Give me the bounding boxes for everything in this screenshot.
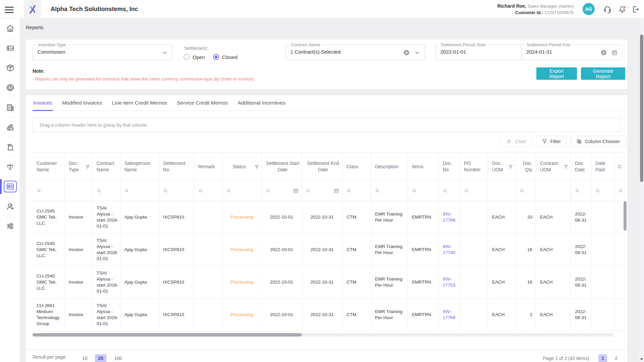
sidebar-item-package[interactable] [0,58,20,78]
notifications-bell-icon[interactable] [618,5,627,14]
column-search-doc_date[interactable] [571,181,591,201]
column-header-contract_name[interactable]: Contract Name [93,153,120,180]
column-header-salesperson_name[interactable]: Salesperson Name [120,153,159,180]
tab-line-item-credit-memos[interactable]: Line-item Credit Memos [111,95,168,111]
contract-name-select[interactable]: Contract Name 1 Contract(s) Selected [285,45,425,60]
tab-invoices[interactable]: Invoices [33,95,53,111]
avatar[interactable]: AG [583,3,595,15]
sidebar-item-home[interactable] [0,18,20,38]
period-end-field[interactable]: Settlement Period End 2024-01-31 [521,45,622,60]
calendar-icon[interactable] [611,49,618,56]
clear-date-icon[interactable] [600,49,607,56]
column-label: Settlement Start Date [266,160,300,173]
column-search-doc_no[interactable] [439,181,460,201]
column-header-status[interactable]: Status [222,153,262,180]
column-header-items[interactable]: Items [408,153,439,180]
column-search-settlement_no[interactable] [159,181,194,201]
column-chooser-button[interactable]: Column Chooser [571,136,626,147]
sidebar-item-sliders[interactable] [0,216,20,236]
cell-salesperson_name: Ajay Gupta [120,299,159,331]
column-search-contract_name[interactable] [93,181,120,201]
logout-icon[interactable] [631,5,640,14]
column-search-remark[interactable] [194,181,222,201]
column-header-doc_uom[interactable]: Doc. UOM [488,153,516,180]
column-search-customer_name[interactable] [33,181,65,201]
incentive-type-select[interactable]: Incentive Type Commission [33,45,172,60]
sidebar-item-building[interactable] [0,98,20,117]
scroll-down-arrow-icon[interactable] [640,358,643,360]
column-search-class[interactable] [342,181,371,201]
settlement-option-open[interactable]: Open [183,54,205,60]
sidebar-item-crm[interactable]: CRM [0,38,20,58]
page-size-10[interactable]: 10 [79,354,91,362]
cell-doc_date: 2022-08-31 [571,299,591,331]
column-search-salesperson_name[interactable] [120,181,159,201]
column-header-description[interactable]: Description [371,153,408,180]
horizontal-scrollbar-thumb[interactable] [33,333,302,337]
tab-service-credit-memos[interactable]: Service Credit Memos [176,95,228,111]
column-header-doc_date[interactable]: Doc. Date [571,153,591,180]
page-number-2[interactable]: 2 [612,354,621,362]
settlement-option-closed[interactable]: Closed [213,54,238,60]
clear-selection-icon[interactable] [403,49,410,56]
grid-vertical-scrollbar-thumb[interactable] [624,201,627,231]
column-header-contract_uom[interactable]: Contract UOM [536,153,571,180]
column-search-description[interactable] [371,181,408,201]
column-search-po_number[interactable] [460,181,488,201]
page-number-1[interactable]: 1 [598,354,607,362]
cell-status: Processing [222,266,262,298]
cell-remark [194,201,222,233]
cell-value: EACH [540,247,553,253]
filter-button[interactable]: Filter [536,136,567,147]
column-header-customer_name[interactable]: Customer Name [33,153,65,180]
column-header-po_number[interactable]: PO Number [460,153,488,180]
sidebar-item-shopping-bag[interactable] [0,137,20,157]
sidebar-item-reports[interactable] [0,177,20,196]
doc-no-link[interactable]: INV-17769 [443,309,458,321]
cell-doc_qty: 16 [516,234,536,266]
sidebar-item-balance[interactable]: DC [0,157,20,177]
page-size-100[interactable]: 100 [111,354,125,362]
clear-button[interactable]: Clear [500,136,532,147]
doc-no-link[interactable]: INV-17745 [443,244,458,256]
app-logo[interactable] [24,0,41,18]
chevron-down-icon[interactable] [161,49,168,56]
page-scrollbar[interactable] [639,18,644,362]
column-header-c[interactable]: C [614,153,623,180]
note-text: - Reports can only be generated for cont… [33,76,255,81]
column-header-settlement_start_date[interactable]: Settlement Start Date [262,153,302,180]
tab-modified-invoices[interactable]: Modified Invoices [61,95,103,111]
tab-additional-incentives[interactable]: Additional Incentives [237,95,286,111]
export-report-button[interactable]: Export Report [536,67,577,80]
sidebar-item-add-user[interactable] [0,196,20,216]
horizontal-scrollbar[interactable] [33,333,614,337]
column-header-remark[interactable]: Remark [194,153,222,180]
chevron-down-icon[interactable] [414,49,421,56]
column-header-settlement_no[interactable]: Settlement No. [159,153,194,180]
column-search-doc_qty[interactable] [516,181,536,201]
hamburger-menu-icon[interactable] [5,5,14,13]
column-header-doc_qty[interactable]: Doc. Qty [516,153,536,180]
column-header-doc_no[interactable]: Doc. No [439,153,460,180]
page-scrollbar-thumb[interactable] [640,35,643,182]
column-search-c[interactable] [614,181,623,201]
column-search-settlement_start_date[interactable] [262,181,302,201]
page-size-25[interactable]: 25 [95,354,106,362]
column-search-settlement_end_date[interactable] [302,181,342,201]
sidebar-item-cash-register[interactable] [0,117,20,137]
doc-no-link[interactable]: INV-17768 [443,211,458,223]
group-by-dropzone[interactable]: Drag a column header here to group by th… [33,118,621,132]
column-search-date_paid[interactable] [591,181,614,201]
support-headset-icon[interactable] [603,5,612,14]
column-header-class[interactable]: Class [342,153,371,180]
column-search-status[interactable] [222,181,262,201]
cell-po_number [460,299,488,331]
column-search-items[interactable] [408,181,439,201]
column-header-doc_type[interactable]: Doc. Type [65,153,93,180]
doc-no-link[interactable]: INV-17753 [443,276,458,288]
column-header-settlement_end_date[interactable]: Settlement End Date [302,153,342,180]
column-header-date_paid[interactable]: Date Paid [591,153,614,180]
generate-report-button[interactable]: Generate Report [581,67,625,80]
sidebar-item-coin[interactable]: $ [0,78,20,98]
period-start-field[interactable]: Settlement Period Start 2022-01-01 [435,45,522,60]
